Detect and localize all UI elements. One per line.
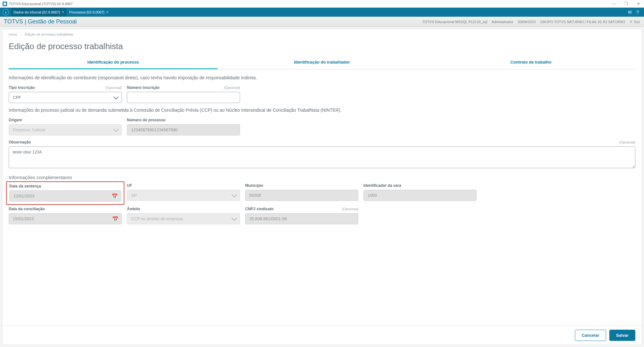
field-numero-inscricao: Número inscrição (Opcional) bbox=[127, 85, 240, 103]
label-ambito: Âmbito bbox=[127, 207, 140, 211]
tab-identificacao-processo[interactable]: Identificação do processo bbox=[9, 56, 218, 69]
window-controls: — ❐ ✕ bbox=[611, 1, 641, 6]
date-label: 03/04/2023 bbox=[518, 20, 536, 24]
label-id-vara: Identificador da vara bbox=[363, 183, 401, 188]
tab-contrato-trabalho[interactable]: Contrato de trabalho bbox=[426, 56, 635, 69]
cancel-button[interactable]: Cancelar bbox=[575, 330, 606, 341]
label-municipio: Município bbox=[245, 183, 263, 188]
form-tabs: Identificação do processo Identificação … bbox=[9, 56, 635, 69]
input-numero-inscricao[interactable] bbox=[127, 92, 240, 103]
tabbar-right-icons: ✉ ? bbox=[628, 10, 643, 15]
optional-tag: (Opcional) bbox=[224, 86, 240, 90]
optional-tag: (Opcional) bbox=[619, 140, 635, 144]
optional-tag: (Opcional) bbox=[342, 207, 358, 211]
field-id-vara: Identificador da vara bbox=[363, 183, 477, 202]
footer: Cancelar Salvar bbox=[2, 325, 642, 345]
window-titlebar: TOTVS Educacional (TOTVS) 02.9.0007 — ❐ … bbox=[0, 0, 644, 8]
label-observacao: Observação bbox=[9, 140, 31, 144]
breadcrumb: Início Edição de processo trabalhista bbox=[2, 29, 642, 39]
close-icon[interactable]: × bbox=[106, 10, 109, 14]
app-tab-bar: Dados do eSocial [02.9.0007] × Processos… bbox=[0, 8, 644, 17]
input-cnpj-sindicato bbox=[245, 213, 358, 224]
field-municipio: Município bbox=[245, 183, 358, 202]
maximize-button[interactable]: ❐ bbox=[623, 1, 630, 6]
header-meta: TOTVS Educacional MSSQL P12133_sql Admin… bbox=[422, 20, 640, 24]
app-tab-esocial[interactable]: Dados do eSocial [02.9.0007] × bbox=[11, 8, 67, 16]
label-origem: Origem bbox=[9, 118, 22, 122]
save-button[interactable]: Salvar bbox=[609, 330, 635, 341]
app-tab-processos[interactable]: Processos [02.9.0007] × bbox=[67, 8, 111, 16]
chevron-right-icon bbox=[20, 32, 22, 36]
field-data-conciliacao: Data da conciliação 📅 bbox=[9, 207, 122, 224]
select-ambito: CCP no âmbito de empresa bbox=[127, 213, 240, 224]
highlight-data-sentenca: Data da sentença 📅 bbox=[6, 181, 124, 205]
page-title: Edição de processo trabalhista bbox=[2, 39, 642, 56]
app-tab-label: Processos [02.9.0007] bbox=[69, 10, 104, 14]
brand-title: TOTVS | Gestão de Pessoal bbox=[4, 18, 76, 25]
close-button[interactable]: ✕ bbox=[635, 1, 641, 6]
field-tipo-inscricao: Tipo inscrição (Opcional) CPF bbox=[9, 85, 122, 103]
help-icon[interactable]: ? bbox=[636, 10, 639, 15]
app-tab-label: Dados do eSocial [02.9.0007] bbox=[13, 10, 60, 14]
label-data-sentenca: Data da sentença bbox=[9, 184, 41, 188]
section-desc-1: Informações de identificação do contribu… bbox=[9, 75, 635, 80]
breadcrumb-current: Edição de processo trabalhista bbox=[25, 32, 73, 36]
select-tipo-inscricao[interactable]: CPF bbox=[9, 92, 122, 103]
section-desc-2: Informações do processo judicial ou de d… bbox=[9, 108, 635, 113]
field-numero-processo: Número do processo bbox=[127, 118, 240, 135]
breadcrumb-home[interactable]: Início bbox=[9, 32, 17, 36]
tab-identificacao-trabalhador[interactable]: Identificação do trabalhador bbox=[218, 56, 426, 69]
content-wrapper: Início Edição de processo trabalhista Ed… bbox=[2, 29, 642, 345]
input-id-vara bbox=[363, 190, 477, 201]
input-data-sentenca bbox=[9, 190, 121, 202]
header-bar: TOTVS | Gestão de Pessoal TOTVS Educacio… bbox=[0, 17, 644, 27]
select-origem: Processo Judicial bbox=[9, 124, 122, 135]
company-label: GRUPO TOTVS SATURNO / FILIAL 01 RJ SATUR… bbox=[540, 20, 625, 24]
field-origem: Origem Processo Judicial bbox=[9, 118, 122, 135]
select-uf: SP bbox=[127, 190, 240, 201]
window-title: TOTVS Educacional (TOTVS) 02.9.0007 bbox=[9, 2, 73, 6]
back-icon[interactable] bbox=[3, 9, 9, 15]
form-area: Informações de identificação do contribu… bbox=[2, 69, 642, 325]
env-label: TOTVS Educacional MSSQL P12133_sql bbox=[422, 20, 487, 24]
minimize-button[interactable]: — bbox=[611, 1, 617, 6]
label-cnpj-sindicato: CNPJ sindicato bbox=[245, 207, 273, 211]
field-ambito: Âmbito CCP no âmbito de empresa bbox=[127, 207, 240, 224]
label-data-conciliacao: Data da conciliação bbox=[9, 207, 45, 211]
field-observacao: Observação (Opcional) teste obsr 1234 bbox=[9, 140, 635, 168]
textarea-observacao[interactable]: teste obsr 1234 bbox=[9, 146, 635, 168]
optional-tag: (Opcional) bbox=[105, 86, 122, 90]
input-numero-processo bbox=[127, 124, 240, 135]
user-label: Administrador bbox=[492, 20, 514, 24]
label-uf: UF bbox=[127, 183, 132, 188]
field-data-sentenca: Data da sentença 📅 bbox=[9, 183, 122, 202]
label-numero-processo: Número do processo bbox=[127, 118, 165, 122]
subtitle-complementares: Informações complementares bbox=[9, 175, 635, 180]
mail-icon[interactable]: ✉ bbox=[628, 10, 632, 15]
label-tipo-inscricao: Tipo inscrição bbox=[9, 85, 35, 90]
input-data-conciliacao bbox=[9, 213, 122, 224]
input-municipio bbox=[245, 190, 358, 201]
close-icon[interactable]: × bbox=[62, 10, 64, 14]
field-uf: UF SP bbox=[127, 183, 240, 202]
label-numero-inscricao: Número inscrição bbox=[127, 85, 159, 90]
field-cnpj-sindicato: CNPJ sindicato (Opcional) bbox=[245, 207, 358, 224]
app-icon bbox=[3, 2, 7, 6]
exit-button[interactable]: ✕ Sair bbox=[630, 20, 640, 24]
